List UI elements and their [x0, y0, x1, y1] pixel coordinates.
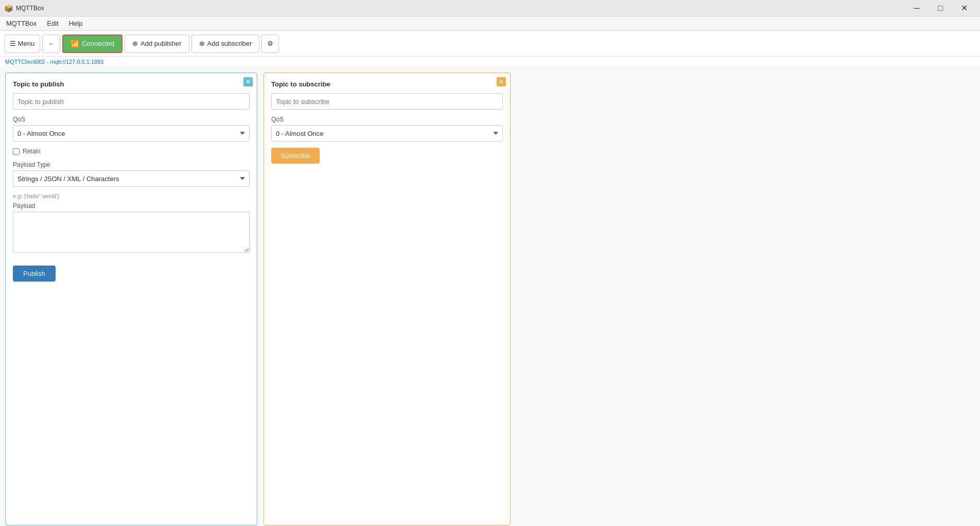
- topic-publish-input[interactable]: [13, 93, 250, 110]
- publisher-close-button[interactable]: ✕: [243, 77, 253, 86]
- menu-button[interactable]: ☰ Menu: [4, 34, 40, 53]
- subscriber-qos-select[interactable]: 0 - Almost Once 1 - At Least Once 2 - Ex…: [271, 125, 503, 142]
- retain-label: Retain: [23, 148, 41, 155]
- retain-checkbox[interactable]: [13, 148, 20, 155]
- menu-help[interactable]: Help: [67, 19, 85, 28]
- topic-subscribe-group: [271, 93, 503, 110]
- main-content: ✕ Topic to publish QoS 0 - Almost Once 1…: [0, 67, 980, 526]
- subscriber-close-button[interactable]: ✕: [497, 77, 506, 86]
- add-publisher-label: Add publisher: [141, 40, 182, 47]
- publisher-title: Topic to publish: [13, 80, 250, 88]
- maximize-button[interactable]: □: [929, 0, 952, 16]
- payload-input[interactable]: [13, 212, 250, 253]
- publisher-qos-select[interactable]: 0 - Almost Once 1 - At Least Once 2 - Ex…: [13, 125, 250, 142]
- publisher-qos-label: QoS: [13, 116, 250, 123]
- add-subscriber-button[interactable]: ⊕ Add subscriber: [191, 34, 260, 53]
- add-subscriber-label: Add subscriber: [207, 40, 252, 47]
- breadcrumb: MQTTClient002 - mqtt://127.0.0.1:1883: [0, 57, 980, 67]
- back-button[interactable]: ←: [42, 34, 60, 53]
- close-button[interactable]: ✕: [952, 0, 976, 16]
- payload-type-group: Payload Type Strings / JSON / XML / Char…: [13, 161, 250, 187]
- add-publisher-icon: ⊕: [132, 40, 138, 47]
- publisher-panel: ✕ Topic to publish QoS 0 - Almost Once 1…: [5, 73, 257, 525]
- app-icon: 📦: [4, 4, 13, 12]
- signal-icon: 📶: [71, 40, 79, 48]
- payload-label: Payload: [13, 202, 250, 209]
- menu-edit[interactable]: Edit: [45, 19, 60, 28]
- publish-button[interactable]: Publish: [13, 266, 56, 282]
- subscriber-title: Topic to subscribe: [271, 80, 503, 88]
- subscriber-qos-label: QoS: [271, 116, 503, 123]
- minimize-button[interactable]: ─: [905, 0, 929, 16]
- subscribe-button[interactable]: Subscribe: [271, 148, 320, 164]
- connected-label: Connected: [82, 40, 114, 47]
- payload-type-label: Payload Type: [13, 161, 250, 168]
- topic-subscribe-input[interactable]: [271, 93, 503, 110]
- topic-publish-group: [13, 93, 250, 110]
- menu-mqttbox[interactable]: MQTTBox: [4, 19, 39, 28]
- payload-hint: e.g: {'hello':'world'}: [13, 193, 250, 199]
- subscriber-qos-group: QoS 0 - Almost Once 1 - At Least Once 2 …: [271, 116, 503, 142]
- window-controls: ─ □ ✕: [905, 0, 976, 16]
- connected-button[interactable]: 📶 Connected: [62, 34, 122, 53]
- publisher-qos-group: QoS 0 - Almost Once 1 - At Least Once 2 …: [13, 116, 250, 142]
- title-bar-text: MQTTBox: [16, 5, 905, 12]
- menu-bar: MQTTBox Edit Help: [0, 16, 980, 31]
- payload-group: Payload: [13, 202, 250, 254]
- add-publisher-button[interactable]: ⊕ Add publisher: [125, 34, 189, 53]
- add-subscriber-icon: ⊕: [199, 40, 205, 47]
- toolbar: ☰ Menu ← 📶 Connected ⊕ Add publisher ⊕ A…: [0, 31, 980, 57]
- title-bar: 📦 MQTTBox ─ □ ✕: [0, 0, 980, 16]
- breadcrumb-text: MQTTClient002 - mqtt://127.0.0.1:1883: [5, 59, 103, 65]
- settings-button[interactable]: ⚙: [261, 34, 279, 53]
- retain-row: Retain: [13, 148, 250, 155]
- subscriber-panel: ✕ Topic to subscribe QoS 0 - Almost Once…: [264, 73, 511, 525]
- payload-type-select[interactable]: Strings / JSON / XML / Characters Base64…: [13, 170, 250, 187]
